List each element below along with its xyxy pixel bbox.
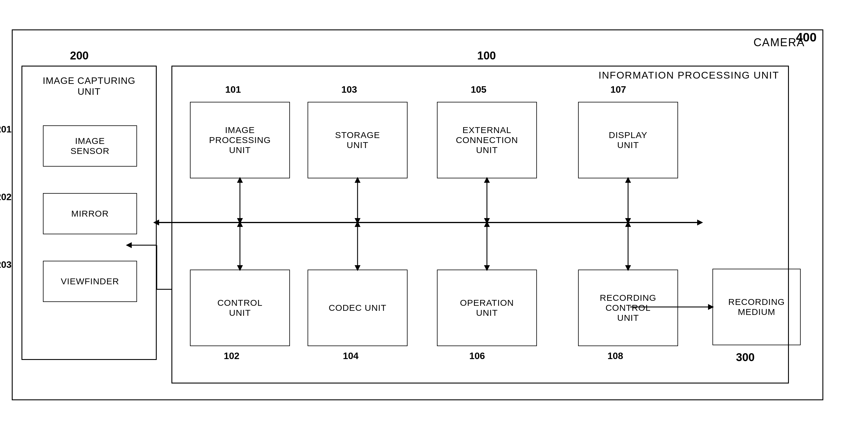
camera-box: 400 CAMERA 100 INFORMATION PROCESSING UN… <box>12 29 823 400</box>
sub-ref-201: 201 <box>0 124 11 135</box>
svg-marker-16 <box>237 265 243 271</box>
svg-marker-22 <box>484 265 490 271</box>
image-sensor: IMAGESENSOR <box>43 125 137 167</box>
svg-marker-25 <box>625 265 631 271</box>
ipu-box: INFORMATION PROCESSING UNIT 101 103 105 … <box>172 66 789 383</box>
viewfinder: VIEWFINDER <box>43 261 137 302</box>
sub-ref-203: 203 <box>0 259 11 270</box>
icu-box: IMAGE CAPTURINGUNIT 201 202 203 IMAGESEN… <box>22 66 157 360</box>
svg-marker-1 <box>237 177 243 183</box>
camera-label: CAMERA <box>753 36 805 49</box>
svg-marker-10 <box>625 177 631 183</box>
icu-label: IMAGE CAPTURINGUNIT <box>43 75 135 97</box>
svg-marker-7 <box>484 177 490 183</box>
diagram-container: 400 CAMERA 100 INFORMATION PROCESSING UN… <box>12 12 856 418</box>
ipu-arrows <box>172 66 788 382</box>
svg-marker-14 <box>697 220 703 225</box>
mirror: MIRROR <box>43 193 137 234</box>
ipu-ref: 100 <box>477 50 496 62</box>
icu-ref: 200 <box>70 50 89 62</box>
svg-marker-4 <box>354 177 361 183</box>
rec-medium-ref: 300 <box>736 351 754 364</box>
recording-medium: RECORDINGMEDIUM <box>712 269 801 345</box>
sub-ref-202: 202 <box>0 192 11 202</box>
svg-marker-19 <box>354 265 361 271</box>
